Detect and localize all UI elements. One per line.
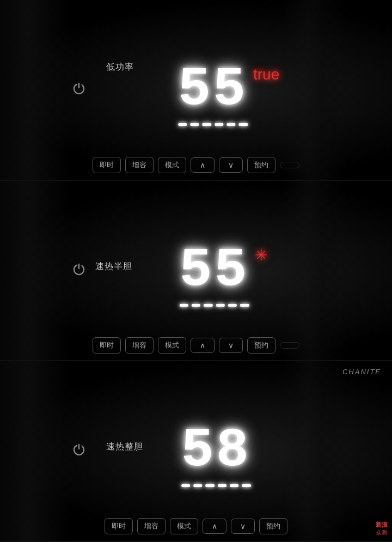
seg-dashes-2 (179, 304, 249, 307)
dash (226, 123, 235, 126)
seg-wrapper-2: 55 (179, 243, 249, 298)
seg-wrapper-3: 58 (181, 424, 251, 478)
btn-mode-1[interactable]: 模式 (158, 157, 186, 173)
power-icon-1[interactable]: + (71, 80, 87, 96)
btn-immediate-2[interactable]: 即时 (93, 337, 121, 354)
temperature-display-3: 58 (181, 424, 251, 478)
btn-schedule-2[interactable]: 预约 (247, 337, 275, 354)
display-area-1: 55 true (178, 63, 279, 117)
dash (190, 123, 199, 126)
seg-dashes-3 (181, 484, 251, 487)
btn-schedule-1[interactable]: 预约 (247, 157, 275, 173)
btn-immediate-3[interactable]: 即时 (105, 518, 133, 534)
btn-immediate-1[interactable]: 即时 (93, 157, 121, 173)
btn-expand-2[interactable]: 增容 (125, 337, 154, 354)
btn-up-1[interactable]: ∧ (191, 157, 215, 173)
seg-dashes-1 (178, 123, 248, 126)
temperature-display-2: 55 (179, 243, 249, 298)
dash (240, 304, 249, 307)
dash (239, 123, 248, 126)
heat-icon-1: true (253, 67, 279, 82)
svg-text:+: + (81, 263, 83, 269)
dash (242, 484, 250, 487)
btn-mode-3[interactable]: 模式 (170, 518, 198, 534)
btn-mode-2[interactable]: 模式 (158, 337, 186, 354)
svg-text:+: + (81, 82, 83, 88)
display-area-2: 55 ✳ (179, 243, 267, 298)
dash (179, 304, 188, 307)
temperature-display-1: 55 (178, 63, 248, 117)
btn-expand-1[interactable]: 增容 (125, 157, 154, 173)
mode-label-1: 低功率 (106, 62, 134, 73)
seg-wrapper-1: 55 (178, 63, 248, 117)
dash (216, 304, 225, 307)
dash (228, 304, 237, 307)
btn-down-1[interactable]: ∨ (219, 157, 243, 173)
dash (204, 304, 212, 307)
svg-text:+: + (81, 443, 83, 449)
display-area-3: 58 (181, 424, 251, 478)
btn-expand-3[interactable]: 增容 (137, 518, 166, 534)
btn-extra-1[interactable] (280, 162, 299, 168)
dash (181, 484, 190, 487)
dash (192, 304, 200, 307)
dash (205, 484, 214, 487)
panel-2: + 速热半胆 55 ✳ 即时 增容 模式 ∧ (0, 181, 392, 362)
watermark: 新浪 众测 (376, 521, 388, 537)
dash (230, 484, 238, 487)
watermark-line2: 众测 (376, 529, 387, 537)
panel-3: CHANITE + 速热整胆 58 (0, 361, 392, 542)
btn-up-3[interactable]: ∧ (203, 519, 226, 534)
btn-down-2[interactable]: ∨ (219, 338, 243, 353)
dash (218, 484, 226, 487)
main-container: + 低功率 55 true 即时 增容 模式 (0, 0, 392, 542)
mode-label-3: 速热整胆 (106, 441, 143, 453)
button-row-3: 即时 增容 模式 ∧ ∨ 预约 (105, 518, 287, 534)
watermark-line1: 新浪 (376, 521, 388, 529)
btn-down-3[interactable]: ∨ (231, 519, 255, 534)
brand-text: CHANITE (342, 368, 381, 376)
btn-up-2[interactable]: ∧ (191, 338, 215, 353)
dash (203, 123, 211, 126)
dash (193, 484, 202, 487)
btn-extra-2[interactable] (280, 342, 299, 349)
panel-1: + 低功率 55 true 即时 增容 模式 (0, 0, 392, 181)
button-row-2: 即时 增容 模式 ∧ ∨ 预约 (93, 337, 299, 354)
dash (215, 123, 223, 126)
mode-label-2: 速热半胆 (95, 261, 132, 272)
dash (178, 123, 187, 126)
button-row-1: 即时 增容 模式 ∧ ∨ 预约 (93, 157, 299, 173)
heat-icon-2: ✳ (255, 248, 267, 263)
power-icon-3[interactable]: + (71, 441, 87, 458)
power-icon-2[interactable]: + (71, 261, 87, 277)
btn-schedule-3[interactable]: 预约 (259, 518, 287, 534)
